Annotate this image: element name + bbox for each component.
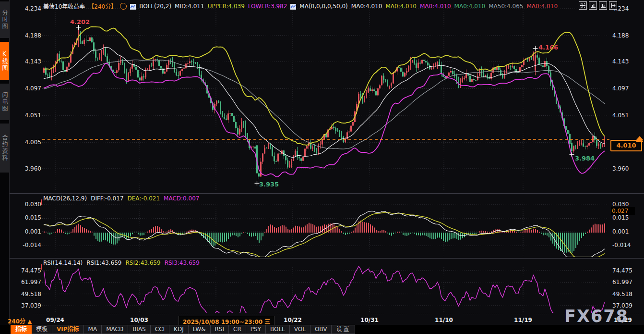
period-label: 【240分】 xyxy=(88,2,117,10)
ma-value-2: MA0:4.010 xyxy=(385,3,417,10)
ma-value-1: MA0:4.010 xyxy=(351,3,382,10)
tab-indicator[interactable]: 指标 xyxy=(11,325,32,334)
rsi2-value: RSI2:43.659 xyxy=(125,260,160,266)
tab-cci[interactable]: CCI xyxy=(151,325,169,334)
tab-cr[interactable]: CR xyxy=(229,325,246,334)
boll-upper-value: UPPER:4.039 xyxy=(208,3,245,10)
ma-value-3: MA0:4.010 xyxy=(420,3,451,10)
macd-label: MACD(26,12,9) xyxy=(43,195,87,202)
rsi-label: RSI(14,14,14) xyxy=(43,260,83,266)
xaxis-date: 10/22 xyxy=(278,317,307,323)
chart-canvas[interactable] xyxy=(0,0,644,334)
pan-mode-button[interactable] xyxy=(579,1,587,10)
macd-diff-value: DIFF:-0.017 xyxy=(91,195,123,202)
xaxis-date: 11/10 xyxy=(429,317,458,323)
tab-rsi[interactable]: RSI xyxy=(211,325,229,334)
macd-dea-value: DEA:-0.021 xyxy=(128,195,160,202)
chart-toolbar xyxy=(579,1,617,10)
tab-vip-indicator[interactable]: VIP指标 xyxy=(52,325,84,334)
tab-vol[interactable]: VOL xyxy=(290,325,310,334)
sidebar-item-flash-chart[interactable]: 闪电图 xyxy=(0,84,9,120)
sidebar-item-time-chart[interactable]: 分时图 xyxy=(0,1,9,38)
boll-lower-value: LOWER:3.982 xyxy=(248,3,287,10)
macd-header: MACD(26,12,9) DIFF:-0.017 DEA:-0.021 MAC… xyxy=(43,195,203,202)
boll-mid-value: MID:4.011 xyxy=(175,3,204,10)
tab-settings[interactable]: 设置 xyxy=(332,325,355,334)
xaxis-date: 10/03 xyxy=(125,317,154,323)
tab-psy[interactable]: PSY xyxy=(246,325,266,334)
rsi-header: RSI(14,14,14) RSI1:43.659 RSI2:43.659 RS… xyxy=(43,260,203,266)
exit-chart-button[interactable] xyxy=(609,1,617,10)
rsi3-value: RSI3:43.659 xyxy=(165,260,200,266)
ma-value-6: MA0:4.010 xyxy=(526,3,558,10)
ma50-value: MA50:4.065 xyxy=(489,3,523,10)
tab-kdj[interactable]: KDJ xyxy=(169,325,189,334)
boll-indicator-icon[interactable] xyxy=(130,4,136,10)
left-nav: 分时图 K线图 闪电图 合约资料 xyxy=(0,0,10,334)
ma-label: MA(0,0,0,0,50,0) xyxy=(299,3,347,10)
fx678-watermark: FX678 xyxy=(564,307,629,326)
tab-ma[interactable]: MA xyxy=(84,325,102,334)
boll-label: BOLL(20,2) xyxy=(139,3,171,10)
trading-app-window: 分时图 K线图 闪电图 合约资料 美债10年收益率 【240分】 BOLL(20… xyxy=(0,0,644,334)
indicator-toolbar: 指标 模板 VIP指标 MA MACD BIAS CCI KDJ LW& RSI… xyxy=(0,325,644,334)
rsi1-value: RSI1:43.659 xyxy=(86,260,121,266)
tab-boll[interactable]: BOLL xyxy=(266,325,290,334)
tab-bias[interactable]: BIAS xyxy=(128,325,151,334)
chart-header: 美债10年收益率 【240分】 BOLL(20,2) MID:4.011 UPP… xyxy=(43,2,561,10)
xaxis-date: 10/31 xyxy=(355,317,384,323)
chevron-up-icon: ▲ xyxy=(27,318,32,325)
xaxis-date: 11/19 xyxy=(509,317,537,323)
zoom-in-icon xyxy=(590,3,596,8)
tab-obv[interactable]: OBV xyxy=(310,325,332,334)
tab-lwr[interactable]: LW& xyxy=(189,325,211,334)
pan-icon xyxy=(580,3,585,8)
exit-icon xyxy=(610,3,616,8)
symbol-title: 美债10年收益率 xyxy=(43,2,85,10)
sidebar-item-kline-chart[interactable]: K线图 xyxy=(0,42,9,80)
period-selector[interactable]: 240分 ▲ xyxy=(8,317,32,325)
macd-macd-value: MACD:0.007 xyxy=(164,195,199,202)
collapse-indicator-icon[interactable] xyxy=(120,3,127,10)
zoom-out-chart-button[interactable] xyxy=(599,1,607,10)
zoom-out-icon xyxy=(600,3,606,8)
tab-macd[interactable]: MACD xyxy=(102,325,128,334)
sidebar-item-contract-info[interactable]: 合约资料 xyxy=(0,124,9,173)
tab-template[interactable]: 模板 xyxy=(32,325,52,334)
ma-value-4: MA0:4.010 xyxy=(454,3,486,10)
xaxis-date: 09/24 xyxy=(41,317,70,323)
zoom-in-chart-button[interactable] xyxy=(589,1,597,10)
ma-indicator-icon[interactable] xyxy=(290,4,296,10)
